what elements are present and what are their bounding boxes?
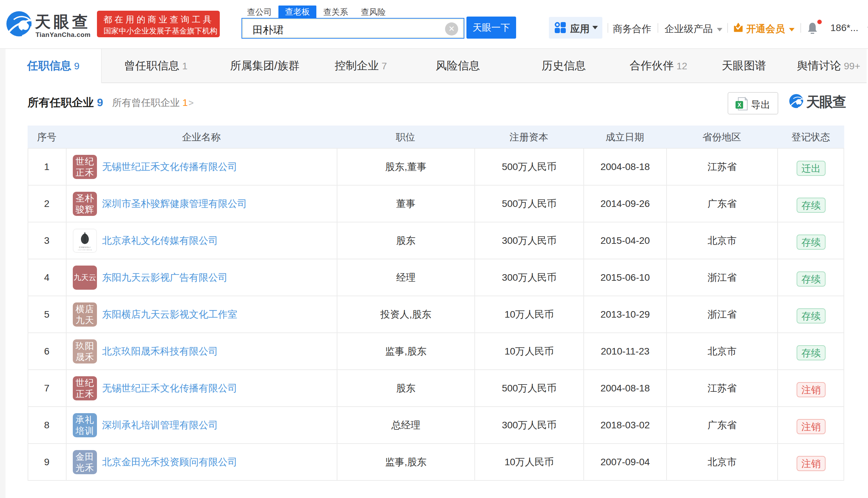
- svg-text:CULTURE MEDIA: CULTURE MEDIA: [78, 249, 92, 251]
- svg-text:X: X: [738, 102, 741, 108]
- svg-text:CHENGLI: CHENGLI: [79, 246, 91, 248]
